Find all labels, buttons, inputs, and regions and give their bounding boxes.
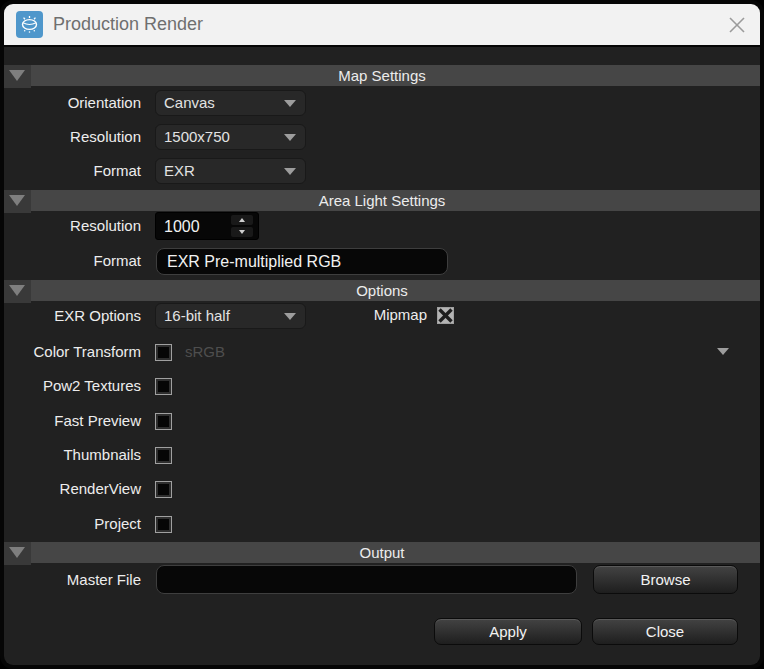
apply-button[interactable]: Apply	[434, 618, 582, 645]
section-title: Area Light Settings	[4, 190, 760, 211]
map-resolution-label: Resolution	[4, 124, 141, 150]
color-transform-dropdown-arrow-icon[interactable]	[717, 348, 729, 355]
map-resolution-dropdown[interactable]: 1500x750	[155, 124, 306, 150]
fast-preview-label: Fast Preview	[4, 411, 141, 431]
area-format-field[interactable]	[156, 248, 448, 275]
exr-options-label: EXR Options	[4, 303, 141, 329]
section-title: Output	[4, 542, 760, 563]
collapse-button-options[interactable]	[4, 280, 31, 303]
close-button-footer[interactable]: Close	[592, 618, 738, 645]
color-transform-checkbox[interactable]	[155, 344, 172, 361]
section-header-options[interactable]: Options	[4, 280, 760, 301]
area-resolution-input[interactable]	[162, 214, 226, 240]
chevron-down-icon	[284, 134, 296, 141]
project-label: Project	[4, 514, 141, 534]
map-format-label: Format	[4, 158, 141, 184]
mipmap-checkbox[interactable]	[437, 307, 454, 324]
section-header-area-light[interactable]: Area Light Settings	[4, 190, 760, 211]
collapse-button-output[interactable]	[4, 542, 31, 565]
exr-options-value: 16-bit half	[164, 304, 230, 328]
master-file-label: Master File	[4, 565, 141, 594]
sun-sphere-icon	[19, 14, 40, 35]
close-button[interactable]	[725, 13, 749, 37]
area-resolution-spinner	[155, 212, 259, 240]
fast-preview-checkbox[interactable]	[155, 413, 172, 430]
collapse-button-map-settings[interactable]	[4, 65, 31, 88]
spinner-down-icon	[239, 230, 245, 234]
thumbnails-checkbox[interactable]	[155, 447, 172, 464]
spinner-up-icon	[239, 218, 245, 222]
project-checkbox[interactable]	[155, 516, 172, 533]
exr-options-dropdown[interactable]: 16-bit half	[155, 303, 306, 329]
section-title: Map Settings	[4, 65, 760, 86]
dialog-content: Map Settings Orientation Canvas Resoluti…	[4, 47, 760, 665]
window-title: Production Render	[53, 4, 203, 45]
renderview-label: RenderView	[4, 479, 141, 499]
area-format-label: Format	[4, 248, 141, 274]
collapse-triangle-icon	[9, 195, 25, 206]
map-format-dropdown[interactable]: EXR	[155, 158, 306, 184]
chevron-down-icon	[284, 100, 296, 107]
map-format-value: EXR	[164, 159, 195, 183]
close-icon	[726, 14, 748, 36]
spinner-controls	[231, 215, 253, 237]
check-x-icon	[438, 308, 453, 323]
pow2-textures-label: Pow2 Textures	[4, 376, 141, 396]
chevron-down-icon	[284, 168, 296, 175]
spinner-up-button[interactable]	[231, 215, 253, 225]
collapse-button-area-light[interactable]	[4, 190, 31, 213]
render-app-icon	[16, 11, 43, 38]
browse-button[interactable]: Browse	[593, 565, 738, 594]
area-resolution-label: Resolution	[4, 212, 141, 240]
master-file-input[interactable]	[156, 565, 577, 594]
production-render-window: Production Render Map Settings Orientati…	[0, 0, 764, 669]
section-header-output[interactable]: Output	[4, 542, 760, 563]
title-bar: Production Render	[4, 4, 760, 45]
collapse-triangle-icon	[9, 285, 25, 296]
thumbnails-label: Thumbnails	[4, 445, 141, 465]
color-transform-value: sRGB	[185, 342, 225, 362]
spinner-down-button[interactable]	[231, 227, 253, 237]
mipmap-label: Mipmap	[291, 305, 427, 325]
pow2-textures-checkbox[interactable]	[155, 378, 172, 395]
collapse-triangle-icon	[9, 70, 25, 81]
collapse-triangle-icon	[9, 547, 25, 558]
section-title: Options	[4, 280, 760, 301]
orientation-value: Canvas	[164, 91, 215, 115]
renderview-checkbox[interactable]	[155, 481, 172, 498]
map-resolution-value: 1500x750	[164, 125, 230, 149]
orientation-dropdown[interactable]: Canvas	[155, 90, 306, 116]
orientation-label: Orientation	[4, 90, 141, 116]
section-header-map-settings[interactable]: Map Settings	[4, 65, 760, 86]
color-transform-label: Color Transform	[4, 342, 141, 362]
